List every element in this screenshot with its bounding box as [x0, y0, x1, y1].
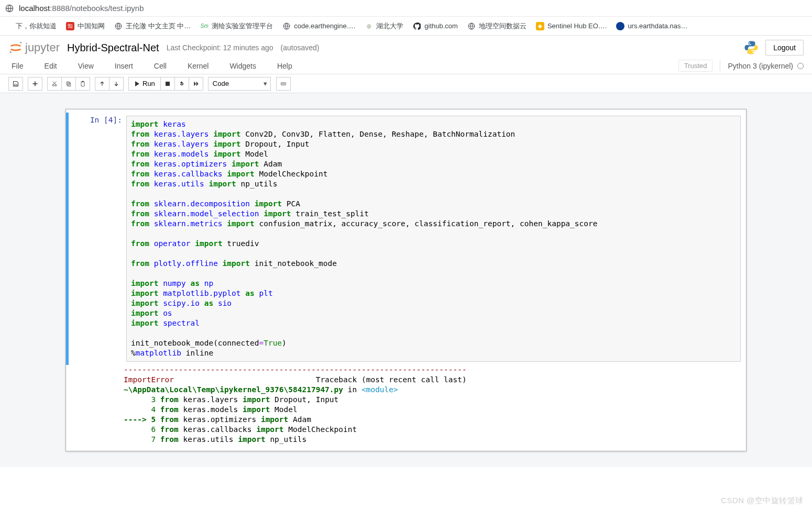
- bookmark-item[interactable]: ◎湖北大学: [365, 21, 403, 31]
- menu-insert[interactable]: Insert: [112, 60, 136, 72]
- bookmark-item[interactable]: github.com: [413, 22, 458, 30]
- cut-button[interactable]: [47, 77, 62, 91]
- bookmark-favicon: ◎: [365, 22, 373, 30]
- toolbar: Run Code: [0, 74, 812, 93]
- save-button[interactable]: [8, 77, 23, 91]
- kernel-indicator[interactable]: Python 3 (ipykernel): [728, 62, 804, 70]
- bookmark-favicon: [114, 22, 123, 30]
- code-editor[interactable]: import keras from keras.layers import Co…: [126, 116, 741, 362]
- bookmark-item[interactable]: Sm测绘实验室管理平台: [200, 21, 273, 31]
- bookmark-item[interactable]: 下，你就知道: [4, 21, 57, 31]
- trusted-indicator[interactable]: Trusted: [678, 60, 713, 72]
- bookmark-favicon: [413, 22, 421, 30]
- bookmark-label: 测绘实验室管理平台: [212, 21, 273, 31]
- menu-cell[interactable]: Cell: [151, 60, 170, 72]
- code-cell[interactable]: In [4]: import keras from keras.layers i…: [66, 113, 746, 365]
- bookmark-favicon: [282, 22, 291, 30]
- output-area: ----------------------------------------…: [124, 365, 746, 448]
- menu-edit[interactable]: Edit: [41, 60, 60, 72]
- bookmark-label: 湖北大学: [376, 21, 403, 31]
- bookmark-label: code.earthengine….: [294, 22, 355, 30]
- jupyter-logo[interactable]: jupyter: [8, 40, 60, 55]
- address-url[interactable]: localhost:8888/notebooks/test.ipynb: [19, 4, 144, 13]
- bookmark-item[interactable]: 王伦澈 中文主页 中…: [114, 21, 191, 31]
- notebook-name[interactable]: Hybrid-Spectral-Net: [67, 42, 159, 54]
- menu-kernel[interactable]: Kernel: [184, 60, 212, 72]
- bookmark-label: 地理空间数据云: [479, 21, 526, 31]
- bookmark-label: github.com: [424, 22, 458, 30]
- bookmark-label: 王伦澈 中文主页 中…: [126, 21, 191, 31]
- globe-icon: [5, 4, 14, 13]
- bookmark-favicon: 知: [66, 22, 74, 30]
- bookmark-item[interactable]: ◆Sentinel Hub EO….: [536, 22, 607, 30]
- bookmark-label: 中国知网: [78, 21, 105, 31]
- bookmark-favicon: [616, 22, 624, 30]
- python-logo-icon: [743, 40, 759, 56]
- menu-file[interactable]: File: [8, 60, 27, 72]
- bookmark-label: 下，你就知道: [16, 21, 57, 31]
- separator: [720, 61, 720, 71]
- jupyter-logo-text: jupyter: [25, 41, 60, 54]
- bookmark-favicon: ◆: [536, 22, 544, 30]
- menu-help[interactable]: Help: [274, 60, 295, 72]
- run-label: Run: [142, 80, 155, 87]
- svg-point-4: [20, 42, 21, 43]
- svg-rect-11: [81, 82, 84, 86]
- restart-run-all-button[interactable]: [189, 77, 203, 91]
- cell-type-select[interactable]: Code: [208, 77, 271, 91]
- paste-button[interactable]: [75, 77, 90, 91]
- bookmark-label: urs.earthdata.nas…: [628, 22, 687, 30]
- cell-type-label: Code: [213, 80, 229, 87]
- interrupt-button[interactable]: [160, 77, 175, 91]
- bookmarks-bar: 下，你就知道知中国知网王伦澈 中文主页 中…Sm测绘实验室管理平台code.ea…: [0, 17, 812, 36]
- input-prompt: In [4]:: [69, 113, 126, 365]
- bookmark-favicon: Sm: [200, 22, 209, 30]
- svg-rect-6: [15, 84, 17, 85]
- kernel-name: Python 3 (ipykernel): [728, 62, 793, 70]
- menu-view[interactable]: View: [75, 60, 97, 72]
- insert-cell-button[interactable]: [28, 77, 42, 91]
- autosave-text: (autosaved): [281, 43, 320, 52]
- notebook-header: jupyter Hybrid-Spectral-Net Last Checkpo…: [0, 36, 812, 58]
- svg-point-5: [9, 51, 12, 53]
- svg-rect-12: [82, 81, 84, 82]
- move-down-button[interactable]: [109, 77, 124, 91]
- menu-bar: FileEditViewInsertCellKernelWidgetsHelp …: [0, 58, 812, 74]
- browser-address-bar: localhost:8888/notebooks/test.ipynb: [0, 0, 812, 17]
- bookmark-item[interactable]: 知中国知网: [66, 21, 105, 31]
- notebook-container: In [4]: import keras from keras.layers i…: [65, 109, 747, 451]
- svg-rect-13: [166, 82, 170, 86]
- kernel-status-icon: [797, 63, 804, 69]
- bookmark-item[interactable]: code.earthengine….: [282, 22, 355, 30]
- checkpoint-text: Last Checkpoint: 12 minutes ago: [167, 43, 273, 52]
- bookmark-label: Sentinel Hub EO….: [547, 22, 607, 30]
- command-palette-button[interactable]: [276, 77, 291, 91]
- bookmark-item[interactable]: urs.earthdata.nas…: [616, 22, 687, 30]
- bookmark-favicon: [4, 22, 13, 30]
- logout-button[interactable]: Logout: [765, 40, 804, 56]
- notebook-area: In [4]: import keras from keras.layers i…: [0, 93, 812, 467]
- menu-widgets[interactable]: Widgets: [226, 60, 259, 72]
- restart-button[interactable]: [174, 77, 189, 91]
- bookmark-favicon: [467, 22, 476, 30]
- bookmark-item[interactable]: 地理空间数据云: [467, 21, 526, 31]
- copy-button[interactable]: [61, 77, 76, 91]
- run-button[interactable]: Run: [128, 77, 161, 91]
- move-up-button[interactable]: [95, 77, 109, 91]
